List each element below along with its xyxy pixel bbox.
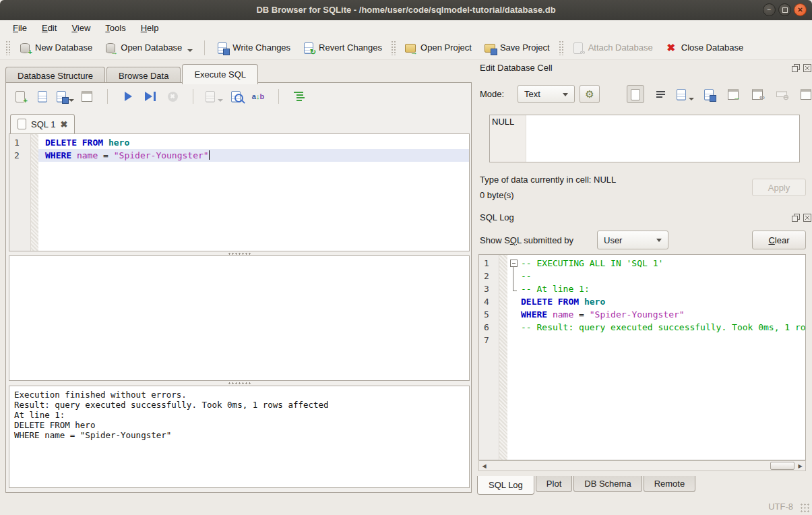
print-icon[interactable] — [80, 89, 94, 104]
save-file-icon[interactable] — [701, 86, 717, 102]
menu-help[interactable]: Help — [135, 22, 165, 34]
tab-plot[interactable]: Plot — [536, 476, 572, 492]
close-database-icon: ✖ — [665, 42, 677, 54]
format-sql-icon[interactable] — [292, 89, 307, 104]
write-changes-icon — [216, 42, 228, 54]
log-line: -- — [507, 270, 805, 282]
scroll-left-icon[interactable]: ◀ — [479, 461, 489, 471]
minimize-button-icon[interactable]: − — [763, 3, 776, 16]
chevron-down-icon — [563, 93, 568, 96]
menu-view[interactable]: View — [65, 22, 96, 34]
save-sql-file-icon[interactable] — [57, 89, 72, 104]
sql-toolbar: + ✖ a↓b — [13, 89, 307, 104]
execute-sql-panel: + ✖ a↓b SQL 1 ✖ 12 DELETE FROM hero WHER… — [5, 82, 472, 493]
log-horizontal-scrollbar[interactable]: ◀ ▶ — [478, 460, 806, 471]
execution-output[interactable]: Execution finished without errors.Result… — [9, 386, 470, 488]
status-bar: UTF-8 — [0, 495, 812, 515]
print-cell-icon[interactable] — [798, 86, 812, 102]
sql-1-tab[interactable]: SQL 1 ✖ — [10, 114, 75, 133]
mode-select[interactable]: Text — [518, 85, 575, 103]
toolbar-drag-handle[interactable] — [5, 40, 10, 55]
menu-edit[interactable]: Edit — [36, 22, 63, 34]
new-sql-tab-icon[interactable]: + — [13, 89, 28, 104]
apply-mode-button[interactable]: ⚙ — [580, 85, 600, 103]
find-icon[interactable] — [228, 89, 243, 104]
scroll-right-icon[interactable]: ▶ — [795, 461, 805, 471]
tab-db-schema[interactable]: DB Schema — [573, 476, 642, 492]
editor-code-area[interactable]: DELETE FROM hero WHERE name = "Spider-Yo… — [38, 134, 469, 251]
close-panel-icon[interactable] — [803, 213, 811, 222]
window-controls: − ✕ — [763, 3, 807, 16]
new-database-button[interactable]: + New Database — [13, 39, 98, 57]
float-panel-icon[interactable] — [791, 63, 800, 72]
resize-grip[interactable] — [801, 504, 810, 513]
filter-label: Show SQL submitted by — [480, 235, 573, 245]
edit-cell-dock-buttons — [791, 63, 811, 72]
write-changes-button[interactable]: Write Changes — [210, 39, 296, 57]
submitted-by-select[interactable]: User — [597, 231, 668, 249]
export-results-icon[interactable] — [206, 89, 221, 104]
sql-file-icon — [18, 119, 26, 129]
clear-button[interactable]: Clear — [752, 231, 806, 249]
maximize-button-icon[interactable] — [778, 3, 791, 16]
close-database-button[interactable]: ✖ Close Database — [659, 39, 750, 57]
sql-log-title: SQL Log — [480, 212, 514, 222]
cell-size-text: 0 byte(s) — [480, 190, 514, 200]
splitter-handle[interactable] — [9, 381, 470, 385]
open-database-button[interactable]: → Open Database — [98, 39, 199, 57]
menu-bar: File Edit View Tools Help — [0, 20, 812, 36]
scrollbar-track[interactable] — [489, 461, 795, 471]
close-panel-icon[interactable] — [803, 63, 811, 72]
menu-tools[interactable]: Tools — [99, 22, 131, 34]
cell-editor[interactable]: NULL — [489, 115, 800, 162]
mode-label: Mode: — [480, 89, 504, 99]
float-panel-icon[interactable] — [791, 213, 800, 222]
log-line: WHERE name = "Spider-Youngster" — [507, 308, 805, 321]
cell-type-text: Type of data currently in cell: NULL — [480, 175, 616, 185]
open-database-dropdown-icon[interactable] — [187, 49, 193, 52]
apply-button[interactable]: Apply — [752, 179, 806, 196]
sql-log-view[interactable]: 1234567 -- EXECUTING ALL IN 'SQL 1' -- -… — [478, 254, 806, 460]
open-sql-file-icon[interactable] — [35, 89, 50, 104]
tab-sql-log[interactable]: SQL Log — [477, 476, 534, 495]
save-project-button[interactable]: Save Project — [478, 39, 556, 57]
text-mode-icon[interactable] — [627, 85, 644, 103]
set-null-icon[interactable]: ⊖ — [774, 86, 790, 102]
main-toolbar: + New Database → Open Database Write Cha… — [0, 36, 812, 60]
scrollbar-thumb[interactable] — [770, 462, 794, 470]
link-cell-icon[interactable]: ∞ — [749, 86, 766, 102]
tab-remote[interactable]: Remote — [644, 476, 696, 492]
stop-icon[interactable]: ✖ — [165, 89, 180, 104]
execute-line-icon[interactable] — [143, 89, 158, 104]
revert-changes-button[interactable]: ↻ Revert Changes — [296, 39, 388, 57]
log-code-area[interactable]: -- EXECUTING ALL IN 'SQL 1' -- -- At lin… — [507, 255, 805, 460]
close-button-icon[interactable]: ✕ — [794, 3, 807, 16]
execute-all-icon[interactable] — [121, 89, 135, 104]
menu-file[interactable]: File — [7, 22, 33, 34]
open-file-icon[interactable] — [677, 86, 693, 102]
tab-execute-sql[interactable]: Execute SQL — [182, 64, 258, 84]
window-title: DB Browser for SQLite - /home/user/code/… — [0, 0, 812, 20]
encoding-indicator: UTF-8 — [768, 502, 793, 512]
code-line: DELETE FROM hero — [38, 136, 469, 149]
replace-icon[interactable]: a↓b — [251, 89, 266, 104]
results-grid[interactable] — [9, 255, 470, 381]
log-line: -- Result: query executed successfully. … — [507, 321, 805, 334]
toolbar-drag-handle[interactable] — [559, 40, 563, 55]
close-tab-icon[interactable]: ✖ — [60, 119, 67, 129]
toolbar-drag-handle[interactable] — [391, 40, 396, 55]
database-new-icon: + — [19, 42, 31, 54]
word-wrap-icon[interactable] — [652, 86, 668, 102]
database-open-icon: → — [104, 42, 117, 54]
export-cell-icon[interactable]: → — [725, 86, 741, 102]
attach-database-button[interactable]: ∞ Attach Database — [566, 39, 659, 57]
log-line-numbers: 1234567 — [479, 255, 499, 460]
log-fold-margin — [499, 255, 507, 460]
cell-editor-toolbar: → ∞ ⊖ — [627, 85, 812, 103]
fold-guide-line — [513, 266, 513, 291]
main-tab-bar: Database Structure Browse Data Execute S… — [5, 64, 259, 84]
fold-toggle-icon[interactable] — [510, 260, 518, 267]
sql-editor[interactable]: 12 DELETE FROM hero WHERE name = "Spider… — [9, 133, 470, 251]
log-line: -- EXECUTING ALL IN 'SQL 1' — [507, 257, 805, 270]
open-project-button[interactable]: → Open Project — [398, 39, 478, 57]
